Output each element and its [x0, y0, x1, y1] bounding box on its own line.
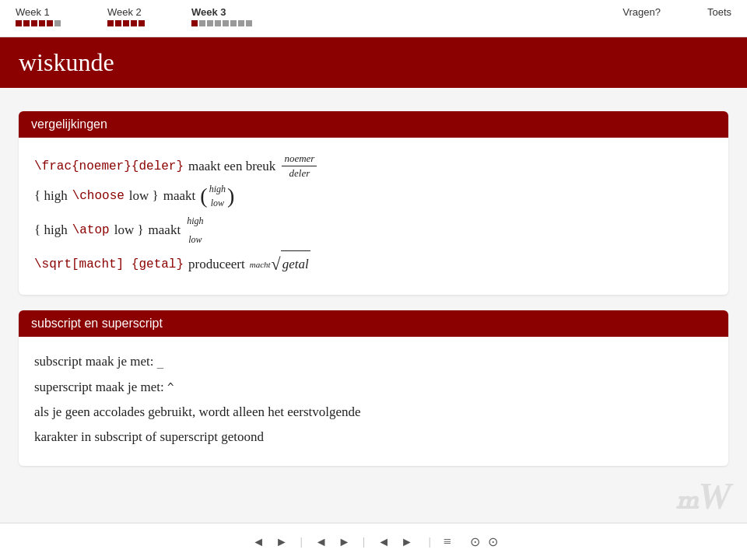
binom-bot: low [211, 196, 224, 210]
nav-circle2[interactable]: ⊙ [488, 534, 498, 549]
card2-body: subscript maak je met: _ superscript maa… [19, 337, 728, 465]
card-subscript: subscript en superscript subscript maak … [19, 310, 728, 465]
frac-result: noemer deler [282, 152, 317, 180]
frac-text: maakt een breuk [188, 153, 275, 180]
atop-line: { high \atop low } maakt high low [34, 212, 713, 249]
atop-text: maakt [149, 217, 181, 243]
atop-result: high low [187, 212, 203, 249]
choose-cmd: \choose [72, 184, 124, 208]
choose-post: low } [129, 183, 159, 209]
atop-brace-open: { high [34, 217, 68, 243]
sqrt-result: macht √ getal [250, 250, 310, 278]
atop-top: high [187, 212, 203, 230]
nav-arrow-right1[interactable]: ► [272, 534, 291, 551]
superscript-text: superscript maak je met: [34, 380, 167, 394]
nav-week3-label: Week 3 [191, 6, 226, 18]
nav-arrow-left1[interactable]: ◄ [249, 534, 268, 551]
frac-line: \frac{noemer}{deler} maakt een breuk noe… [34, 152, 713, 180]
card1-body: \frac{noemer}{deler} maakt een breuk noe… [19, 138, 728, 295]
karakter-line: karakter in subscript of superscript get… [34, 425, 713, 450]
atop-cmd: \atop [72, 218, 110, 243]
sqrt-code: \sqrt[macht] {getal} [34, 252, 184, 277]
sqrt-sign: √ [272, 256, 281, 273]
subscript-symbol: _ [157, 355, 163, 368]
bottom-navigation: ◄ ► | ◄ ► | ◄ ► | ≡ ⊙ ⊙ [0, 523, 747, 560]
nav-right: Vragen? Toets [622, 6, 731, 18]
nav-arrow-left2[interactable]: ◄ [312, 534, 331, 551]
nav-week2[interactable]: Week 2 [107, 6, 145, 26]
binom-paren-left: ( [200, 185, 207, 207]
choose-brace-open: { high [34, 183, 68, 209]
nav-week1-label: Week 1 [16, 6, 50, 18]
superscript-symbol: ^ [167, 381, 174, 394]
title-bar: wiskunde [0, 37, 747, 88]
superscript-line: superscript maak je met: ^ [34, 375, 713, 400]
sqrt-index: macht [250, 256, 271, 273]
nav-divider2: | [363, 536, 365, 548]
choose-text: maakt [163, 183, 196, 209]
subscript-line: subscript maak je met: _ [34, 349, 713, 374]
nav-menu-icon[interactable]: ≡ [444, 534, 451, 550]
nav-vragen[interactable]: Vragen? [622, 6, 661, 18]
page-title: wiskunde [19, 48, 114, 76]
accolades-line: als je geen accolades gebruikt, wordt al… [34, 400, 713, 425]
top-navigation: Week 1 Week 2 Week 3 [0, 0, 747, 37]
main-content: vergelijkingen \frac{noemer}{deler} maak… [0, 88, 747, 517]
subscript-text: subscript maak je met: [34, 354, 157, 369]
nav-week3[interactable]: Week 3 [191, 6, 252, 26]
nav-week1-dots [16, 20, 61, 26]
frac-code: \frac{noemer}{deler} [34, 154, 184, 179]
nav-circle1[interactable]: ⊙ [470, 534, 480, 549]
nav-toets[interactable]: Toets [707, 6, 731, 18]
nav-arrow-right3[interactable]: ► [398, 534, 416, 551]
nav-week3-dots [191, 20, 252, 26]
nav-divider1: | [300, 536, 303, 548]
nav-arrow-right2[interactable]: ► [335, 534, 354, 551]
frac-num: noemer [282, 152, 317, 166]
binom-inner: high low [209, 182, 226, 210]
nav-week2-label: Week 2 [107, 6, 142, 18]
nav-controls: ◄ ► | ◄ ► | ◄ ► | ≡ ⊙ ⊙ [249, 534, 498, 551]
card1-header: vergelijkingen [19, 111, 728, 138]
card2-header: subscript en superscript [19, 310, 728, 337]
sqrt-text: produceert [188, 251, 245, 278]
sqrt-line: \sqrt[macht] {getal} produceert macht √ … [34, 250, 713, 278]
accolades-text: als je geen accolades gebruikt, wordt al… [34, 404, 361, 419]
frac-den: deler [287, 166, 313, 180]
binom-top: high [209, 182, 226, 196]
card-vergelijkingen: vergelijkingen \frac{noemer}{deler} maak… [19, 111, 728, 295]
sqrt-radicand: getal [281, 250, 310, 278]
binom-paren-right: ) [227, 185, 234, 207]
choose-line: { high \choose low } maakt ( high low ) [34, 182, 713, 210]
nav-arrow-left3[interactable]: ◄ [374, 534, 393, 551]
nav-divider3: | [429, 536, 431, 548]
nav-week2-dots [107, 20, 145, 26]
nav-week1[interactable]: Week 1 [16, 6, 61, 26]
binom-result: ( high low ) [200, 182, 234, 210]
karakter-text: karakter in subscript of superscript get… [34, 429, 264, 444]
atop-post: low } [114, 217, 144, 243]
atop-bot: low [188, 230, 202, 249]
